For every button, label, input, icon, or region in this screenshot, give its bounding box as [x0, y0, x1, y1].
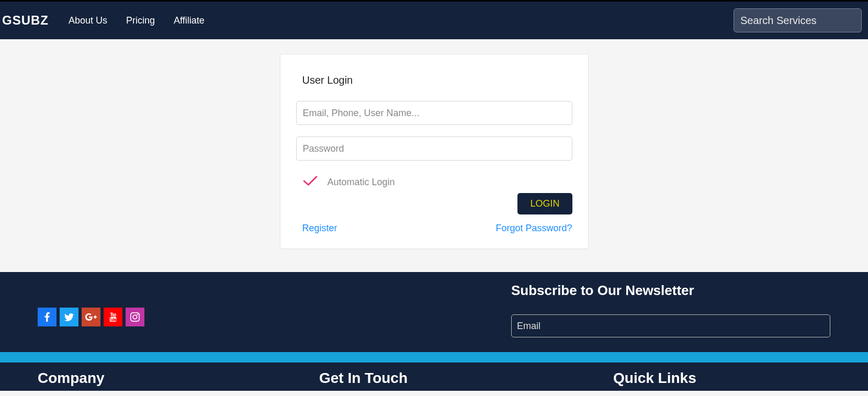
footer-col-quick: Quick Links — [472, 370, 830, 387]
instagram-icon[interactable] — [126, 308, 144, 326]
facebook-icon[interactable] — [38, 308, 57, 326]
forgot-password-link[interactable]: Forgot Password? — [495, 223, 572, 234]
social-icons — [38, 308, 144, 326]
footer-col-company: Company — [38, 370, 255, 387]
navbar: GSUBZ About Us Pricing Affiliate — [0, 0, 868, 39]
footer-divider — [0, 352, 868, 363]
footer-bottom: Company Get In Touch Quick Links — [0, 363, 868, 391]
youtube-icon[interactable] — [104, 308, 122, 326]
company-heading: Company — [38, 370, 255, 387]
register-link[interactable]: Register — [302, 223, 337, 234]
twitter-icon[interactable] — [60, 308, 78, 326]
social-column — [38, 282, 511, 326]
login-title: User Login — [302, 74, 572, 86]
nav-links: About Us Pricing Affiliate — [69, 15, 205, 26]
login-button[interactable]: LOGIN — [517, 193, 572, 214]
login-actions: Register LOGIN Forgot Password? — [296, 193, 572, 234]
newsletter-column: Subscribe to Our Newsletter — [511, 282, 830, 337]
username-input[interactable] — [296, 101, 572, 125]
quick-links-heading: Quick Links — [613, 370, 830, 387]
get-in-touch-heading: Get In Touch — [255, 370, 472, 387]
search-wrap — [734, 8, 862, 32]
googleplus-icon[interactable] — [82, 308, 100, 326]
check-icon — [302, 175, 318, 189]
main-content: User Login Automatic Login Register LOGI… — [0, 39, 868, 272]
auto-login-row[interactable]: Automatic Login — [302, 175, 572, 189]
search-input[interactable] — [734, 8, 862, 32]
brand-logo[interactable]: GSUBZ — [2, 13, 59, 28]
newsletter-title: Subscribe to Our Newsletter — [511, 282, 830, 299]
auto-login-label: Automatic Login — [328, 177, 395, 188]
footer-col-touch: Get In Touch — [255, 370, 472, 387]
login-card: User Login Automatic Login Register LOGI… — [280, 54, 589, 249]
footer-top: Subscribe to Our Newsletter — [0, 272, 868, 352]
nav-link-about[interactable]: About Us — [69, 15, 107, 26]
password-input[interactable] — [296, 137, 572, 161]
newsletter-email-input[interactable] — [511, 314, 830, 337]
nav-link-pricing[interactable]: Pricing — [126, 15, 155, 26]
nav-link-affiliate[interactable]: Affiliate — [174, 15, 205, 26]
